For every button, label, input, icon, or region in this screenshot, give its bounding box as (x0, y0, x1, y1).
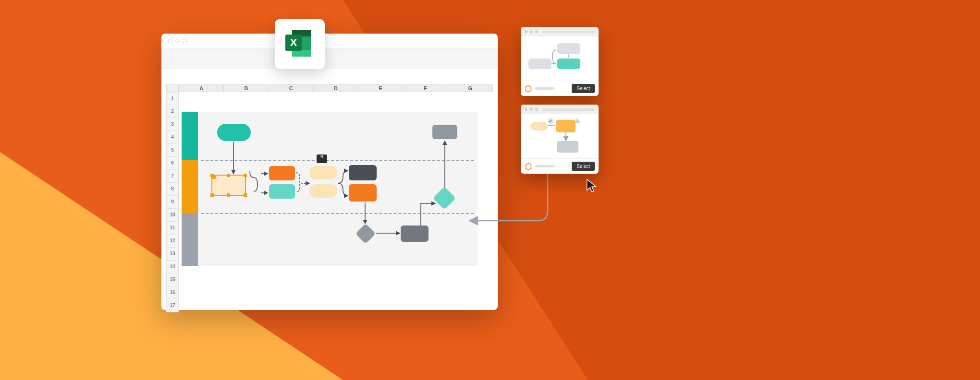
row-header[interactable]: 11 (166, 222, 179, 235)
row-header[interactable]: 17 (166, 299, 179, 312)
select-button[interactable]: Select (572, 84, 595, 93)
process-cream-2[interactable] (309, 184, 337, 198)
column-header[interactable]: B (224, 84, 269, 92)
template-preview (521, 36, 599, 81)
end-process[interactable] (432, 125, 457, 139)
row-header[interactable]: 9 (166, 196, 179, 209)
row-header[interactable]: 8 (166, 183, 179, 196)
excel-icon: X (285, 30, 314, 59)
template-name-placeholder (535, 165, 554, 167)
row-headers: 1 2 3 4 5 6 7 8 9 10 11 12 13 14 15 16 1… (166, 92, 179, 310)
process-cream-1[interactable] (309, 166, 337, 179)
window-maximize-icon[interactable] (183, 39, 187, 43)
embedded-flowchart[interactable]: ” (182, 112, 478, 266)
process-gray[interactable] (401, 226, 429, 242)
insert-arrow (461, 168, 557, 245)
worksheet[interactable]: A B C D E F G 1 2 3 4 5 6 7 8 9 10 11 12… (161, 84, 498, 310)
row-header[interactable]: 2 (166, 105, 179, 118)
template-card-2[interactable]: Select (521, 105, 599, 174)
popup-footer: Select (521, 81, 599, 96)
process-orange-2[interactable] (349, 184, 377, 202)
column-header[interactable]: F (403, 84, 448, 92)
process-orange[interactable] (269, 166, 295, 180)
selected-process[interactable] (211, 175, 246, 196)
spreadsheet-window: A B C D E F G 1 2 3 4 5 6 7 8 9 10 11 12… (161, 34, 498, 310)
template-card-1[interactable]: Select (521, 27, 599, 96)
template-name-placeholder (535, 87, 554, 90)
column-headers: A B C D E F G (179, 84, 493, 92)
row-header[interactable]: 16 (166, 286, 179, 299)
popup-titlebar (521, 105, 599, 114)
start-terminator[interactable] (217, 124, 251, 141)
process-dark[interactable] (349, 165, 377, 180)
popup-footer: Select (521, 158, 599, 174)
row-header[interactable]: 12 (166, 235, 179, 248)
ribbon-bar (161, 48, 498, 69)
popup-titlebar (521, 27, 599, 36)
window-close-icon[interactable] (168, 39, 172, 43)
row-header[interactable]: 7 (166, 170, 179, 183)
row-header[interactable]: 6 (166, 157, 179, 170)
lucid-icon (525, 85, 532, 93)
column-header[interactable]: A (179, 84, 224, 92)
excel-badge-letter: X (285, 35, 302, 51)
lucid-icon (525, 163, 532, 170)
template-preview (521, 114, 599, 158)
select-button[interactable]: Select (572, 162, 595, 171)
window-minimize-icon[interactable] (175, 39, 180, 43)
cursor-icon (585, 178, 600, 193)
row-header[interactable]: 3 (166, 118, 179, 131)
row-header[interactable]: 10 (166, 209, 179, 222)
row-header[interactable]: 13 (166, 248, 179, 261)
column-header[interactable]: G (448, 84, 493, 92)
column-header[interactable]: D (314, 84, 358, 92)
row-header[interactable]: 14 (166, 261, 179, 273)
column-header[interactable]: E (358, 84, 403, 92)
row-header[interactable]: 1 (166, 92, 179, 105)
row-header[interactable]: 5 (166, 144, 179, 157)
column-header[interactable]: C (269, 84, 314, 92)
comment-icon[interactable]: ” (317, 154, 327, 163)
window-titlebar (161, 34, 498, 48)
row-header[interactable]: 15 (166, 273, 179, 286)
select-all-corner[interactable] (166, 84, 179, 92)
process-mint[interactable] (269, 184, 295, 199)
row-header[interactable]: 4 (166, 131, 179, 144)
excel-logo-card: X (275, 19, 325, 69)
cell-grid[interactable]: ” (179, 92, 493, 310)
